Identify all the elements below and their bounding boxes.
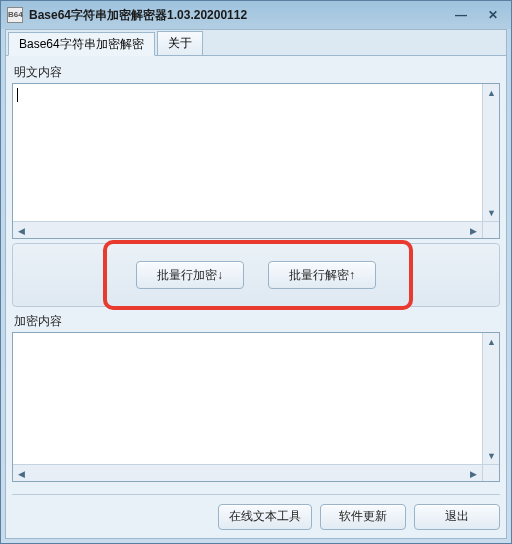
online-tool-button[interactable]: 在线文本工具 xyxy=(218,504,312,530)
app-window: B64 Base64字符串加密解密器1.03.20200112 — ✕ Base… xyxy=(0,0,512,544)
tab-main-body: 明文内容 ▲ ▼ ◀ ▶ 批量行加密↓ 批量行解密↑ xyxy=(6,56,506,538)
exit-button[interactable]: 退出 xyxy=(414,504,500,530)
batch-decrypt-button[interactable]: 批量行解密↑ xyxy=(268,261,376,289)
ciphertext-label: 加密内容 xyxy=(14,313,500,330)
plaintext-vscrollbar[interactable]: ▲ ▼ xyxy=(482,84,499,221)
plaintext-hscrollbar[interactable]: ◀ ▶ xyxy=(13,221,482,238)
ciphertext-content[interactable] xyxy=(13,333,499,481)
scroll-down-icon[interactable]: ▼ xyxy=(483,204,500,221)
plaintext-area[interactable]: ▲ ▼ ◀ ▶ xyxy=(12,83,500,239)
plaintext-label: 明文内容 xyxy=(14,64,500,81)
scroll-left-icon[interactable]: ◀ xyxy=(13,222,30,239)
scroll-down-icon[interactable]: ▼ xyxy=(483,447,500,464)
scroll-up-icon[interactable]: ▲ xyxy=(483,333,500,350)
tab-about[interactable]: 关于 xyxy=(157,31,203,55)
app-icon: B64 xyxy=(7,7,23,23)
scroll-corner xyxy=(482,221,499,238)
tab-strip: Base64字符串加密解密 关于 xyxy=(6,30,506,56)
text-caret xyxy=(17,88,18,102)
scroll-right-icon[interactable]: ▶ xyxy=(465,465,482,482)
close-button[interactable]: ✕ xyxy=(481,6,505,24)
scroll-right-icon[interactable]: ▶ xyxy=(465,222,482,239)
tab-main[interactable]: Base64字符串加密解密 xyxy=(8,32,155,56)
ciphertext-hscrollbar[interactable]: ◀ ▶ xyxy=(13,464,482,481)
plaintext-content[interactable] xyxy=(13,84,499,238)
scroll-left-icon[interactable]: ◀ xyxy=(13,465,30,482)
update-button[interactable]: 软件更新 xyxy=(320,504,406,530)
window-title: Base64字符串加密解密器1.03.20200112 xyxy=(29,7,449,24)
ciphertext-vscrollbar[interactable]: ▲ ▼ xyxy=(482,333,499,464)
scroll-up-icon[interactable]: ▲ xyxy=(483,84,500,101)
scroll-corner xyxy=(482,464,499,481)
client-area: Base64字符串加密解密 关于 明文内容 ▲ ▼ ◀ ▶ xyxy=(5,29,507,539)
window-controls: — ✕ xyxy=(449,6,505,24)
ciphertext-area[interactable]: ▲ ▼ ◀ ▶ xyxy=(12,332,500,482)
minimize-button[interactable]: — xyxy=(449,6,473,24)
title-bar: B64 Base64字符串加密解密器1.03.20200112 — ✕ xyxy=(1,1,511,29)
batch-encrypt-button[interactable]: 批量行加密↓ xyxy=(136,261,244,289)
footer-bar: 在线文本工具 软件更新 退出 xyxy=(12,494,500,532)
action-panel: 批量行加密↓ 批量行解密↑ xyxy=(12,243,500,307)
